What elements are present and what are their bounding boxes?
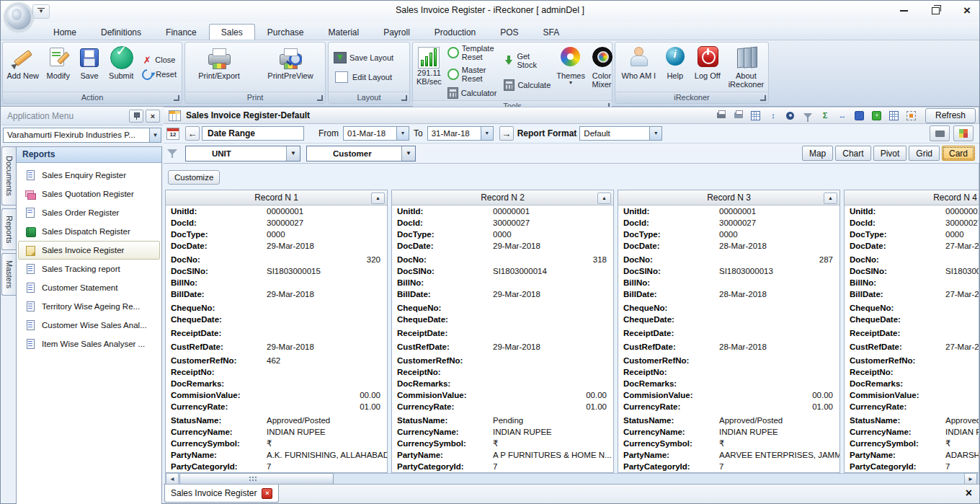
who-am-i-button[interactable]: Who AM I <box>617 43 661 91</box>
record-card-header[interactable]: Record N 1▲ <box>166 190 387 205</box>
dialog-launcher-icon[interactable] <box>317 95 323 101</box>
to-date-select[interactable]: 31-Mar-18 ▾ <box>427 126 494 141</box>
view-button-grid[interactable]: Grid <box>909 146 940 161</box>
ribbon-tab-finance[interactable]: Finance <box>153 24 209 40</box>
horizontal-scrollbar[interactable]: ◄ ► <box>165 473 978 485</box>
pin-button[interactable] <box>129 110 143 123</box>
sidebar-item-customer-wise-sales-anal[interactable]: Customer Wise Sales Anal... <box>17 316 161 335</box>
chevron-down-icon[interactable]: ▾ <box>481 127 493 140</box>
dialog-launcher-icon[interactable] <box>401 95 407 101</box>
company-select[interactable]: Varahamurti Flexirub Industries P... <box>3 128 154 143</box>
save-icon[interactable] <box>852 109 868 123</box>
master-reset-button[interactable]: Master Reset <box>446 65 499 84</box>
fit-icon[interactable]: ↔ <box>834 109 850 123</box>
print-preview-button[interactable]: PrintPreView <box>257 43 324 91</box>
submit-button[interactable]: ✓ Submit <box>104 43 138 91</box>
export-icon[interactable] <box>731 109 747 123</box>
chevron-down-icon[interactable]: ▾ <box>396 127 409 140</box>
next-button[interactable]: → <box>499 126 514 141</box>
unit-select[interactable]: UNIT ▼ <box>185 146 300 162</box>
collapse-button[interactable]: ▲ <box>371 193 385 204</box>
ribbon-tab-material[interactable]: Material <box>316 24 371 40</box>
customer-select[interactable]: Customer ▼ <box>306 146 416 162</box>
chevron-down-icon[interactable]: ▾ <box>649 127 662 140</box>
ribbon-tab-sfa[interactable]: SFA <box>531 24 572 40</box>
sidebar-item-sales-tracking-report[interactable]: Sales Tracking report <box>17 260 161 278</box>
sidebar-item-item-wise-sales-analyser[interactable]: Item Wise Sales Analyser ... <box>17 335 161 353</box>
settings-icon[interactable] <box>783 109 798 123</box>
print-layout-button[interactable] <box>930 125 950 141</box>
scrollbar-thumb[interactable] <box>179 473 334 485</box>
close-button[interactable]: × <box>961 4 974 17</box>
help-button[interactable]: i Help <box>661 43 690 91</box>
save-button[interactable]: Save <box>75 43 104 91</box>
previous-button[interactable]: ← <box>185 126 200 141</box>
print-export-button[interactable]: Print/Export <box>187 43 251 91</box>
view-button-chart[interactable]: Chart <box>835 146 870 161</box>
restore-button[interactable] <box>929 4 942 17</box>
sidebar-item-sales-enquiry-register[interactable]: Sales Enquiry Register <box>17 166 161 185</box>
calculate-button[interactable]: Calculate <box>502 79 552 92</box>
snapshot-icon[interactable] <box>904 109 919 123</box>
from-date-select[interactable]: 01-Mar-18 ▾ <box>343 126 409 141</box>
log-off-button[interactable]: Log Off <box>690 43 726 91</box>
add-new-button[interactable]: Add New <box>4 43 41 91</box>
date-range-field[interactable]: Date Range <box>202 126 304 141</box>
strip-close-button[interactable]: × <box>966 487 972 499</box>
dialog-launcher-icon[interactable] <box>760 95 766 101</box>
record-card-header[interactable]: Record N 2▲ <box>392 190 613 205</box>
view-button-map[interactable]: Map <box>802 146 833 161</box>
scroll-left-button[interactable]: ◄ <box>166 473 179 485</box>
about-ireckoner-button[interactable]: About iReckoner <box>726 43 767 91</box>
add-icon[interactable]: + <box>869 109 885 123</box>
save-layout-button[interactable]: Save Layout <box>332 51 395 64</box>
sidebar-tab-masters[interactable]: Masters <box>1 253 16 296</box>
sidebar-item-sales-order-register[interactable]: Sales Order Register <box>17 203 161 222</box>
sidebar-tab-reports[interactable]: Reports <box>1 208 16 251</box>
sort-icon[interactable]: ↕ <box>765 109 781 123</box>
company-dropdown-button[interactable]: ▾ <box>149 128 161 143</box>
pivot-icon[interactable] <box>748 109 764 123</box>
close-action-button[interactable]: ✗Close <box>141 54 178 66</box>
ribbon-tab-sales[interactable]: Sales <box>209 24 255 40</box>
edit-layout-button[interactable]: Edit Layout <box>332 71 395 84</box>
ribbon-tab-production[interactable]: Production <box>422 24 488 40</box>
sidebar-close-button[interactable]: × <box>146 110 160 123</box>
view-button-pivot[interactable]: Pivot <box>873 146 907 161</box>
sidebar-item-sales-invoice-register[interactable]: Sales Invoice Register <box>18 241 160 260</box>
record-card-header[interactable]: Record N 4▲ <box>845 190 979 205</box>
tab-close-icon[interactable]: × <box>262 488 272 499</box>
get-stock-button[interactable]: Get Stock <box>502 51 552 70</box>
dialog-launcher-icon[interactable] <box>174 95 179 101</box>
record-card-header[interactable]: Record N 3▲ <box>618 190 839 205</box>
customize-button[interactable]: Customize <box>168 170 220 185</box>
sidebar-item-sales-dispatch-register[interactable]: Sales Dispatch Register <box>17 222 161 241</box>
refresh-button[interactable]: Refresh <box>925 108 976 123</box>
ribbon-tab-payroll[interactable]: Payroll <box>371 24 422 40</box>
sidebar-item-customer-statement[interactable]: Customer Statement <box>17 278 161 297</box>
color-mixer-button[interactable]: Color Mixer <box>587 43 616 100</box>
document-tab[interactable]: Sales Invoice Register × <box>164 485 279 503</box>
calculator-button[interactable]: Calculator <box>446 87 499 100</box>
print-icon[interactable] <box>713 109 729 123</box>
collapse-button[interactable]: ▲ <box>597 193 611 204</box>
ribbon-tab-purchase[interactable]: Purchase <box>255 24 316 40</box>
sidebar-item-sales-quotation-register[interactable]: Sales Quotation Register <box>17 185 161 203</box>
minimize-button[interactable] <box>897 4 910 17</box>
sum-icon[interactable]: Σ <box>817 109 833 123</box>
color-grid-button[interactable] <box>953 125 974 141</box>
template-reset-button[interactable]: Template Reset <box>446 43 499 62</box>
view-button-card[interactable]: Card <box>942 146 975 161</box>
filter-icon[interactable] <box>800 109 816 123</box>
reset-button[interactable]: Reset <box>141 68 178 81</box>
ribbon-tab-pos[interactable]: POS <box>488 24 530 40</box>
app-logo-icon[interactable] <box>4 3 33 32</box>
ribbon-tab-definitions[interactable]: Definitions <box>89 24 153 40</box>
sidebar-item-territory-wise-ageing-re[interactable]: Territory Wise Ageing Re... <box>17 297 161 316</box>
report-format-select[interactable]: Default ▾ <box>579 126 662 141</box>
scroll-right-button[interactable]: ► <box>964 473 977 485</box>
modify-button[interactable]: Modify <box>41 43 75 91</box>
ribbon-tab-home[interactable]: Home <box>41 24 89 40</box>
themes-button[interactable]: Themes ▾ <box>554 43 587 100</box>
combo-arrow-icon[interactable]: ▼ <box>401 146 415 161</box>
